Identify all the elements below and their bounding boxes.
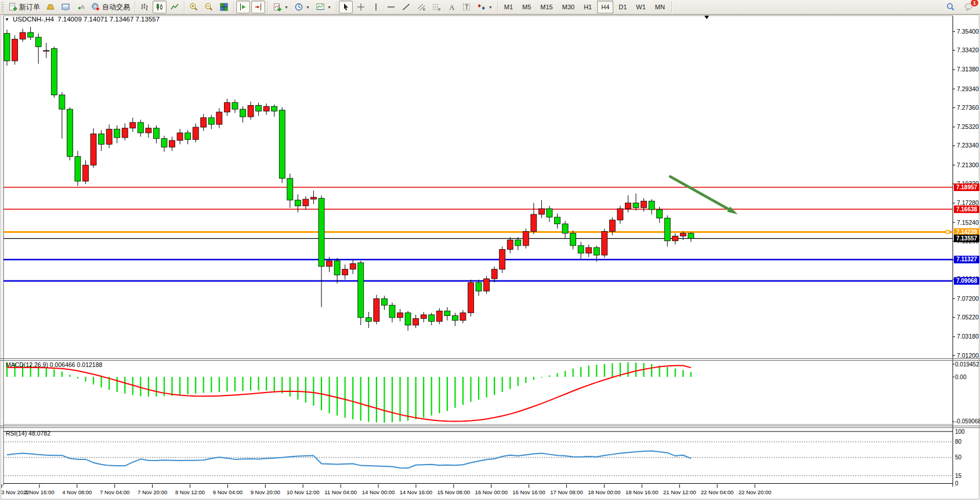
- vertical-line-icon: [371, 2, 381, 12]
- market-watch-icon: [46, 2, 55, 12]
- toolbar-grip[interactable]: [1, 2, 4, 12]
- tf-m15-label: M15: [540, 3, 552, 10]
- search-icon: [946, 2, 955, 12]
- tf-mn[interactable]: MN: [651, 1, 669, 13]
- data-window-button[interactable]: [59, 1, 73, 13]
- notification-badge: 1: [970, 0, 979, 7]
- line-chart-icon: [170, 2, 179, 12]
- svg-text:7.33420: 7.33420: [957, 46, 979, 53]
- templates-button[interactable]: ▼: [313, 1, 334, 13]
- horizontal-line-icon: [386, 2, 396, 12]
- tf-m30-label: M30: [562, 3, 574, 10]
- tf-m30[interactable]: M30: [558, 1, 578, 13]
- tf-d1-label: D1: [619, 3, 627, 10]
- toolbar-group-zoom: [186, 0, 232, 14]
- svg-text:E: E: [423, 8, 425, 11]
- autotrading-icon: [91, 2, 100, 12]
- svg-text:22 Nov 20:00: 22 Nov 20:00: [739, 489, 772, 495]
- svg-text:50: 50: [955, 454, 962, 461]
- tf-w1[interactable]: W1: [632, 1, 650, 13]
- chart-shift-icon: [254, 2, 263, 12]
- svg-text:7.21300: 7.21300: [957, 161, 979, 168]
- svg-text:0.019452: 0.019452: [955, 361, 979, 368]
- dropdown-caret-icon[interactable]: ▼: [327, 5, 331, 9]
- candlestick-chart-icon: [155, 2, 164, 12]
- trendline-button[interactable]: [399, 1, 413, 13]
- toolbar-right: 1: [943, 1, 980, 13]
- new-order-button[interactable]: 新订单: [6, 1, 42, 13]
- line-chart-button[interactable]: [168, 1, 182, 13]
- indicators-icon: [273, 2, 282, 12]
- notifications-button[interactable]: 1: [962, 1, 976, 13]
- new-order-button-label: 新订单: [19, 2, 40, 12]
- tf-mn-label: MN: [655, 3, 665, 10]
- svg-text:18 Nov 00:00: 18 Nov 00:00: [588, 489, 621, 495]
- dropdown-caret-icon[interactable]: ▼: [306, 5, 310, 9]
- crosshair-button[interactable]: [354, 1, 368, 13]
- horizontal-line-button[interactable]: [384, 1, 398, 13]
- fibonacci-button[interactable]: F: [429, 1, 443, 13]
- tile-windows-icon: [219, 2, 229, 12]
- indicators-button[interactable]: ▼: [270, 1, 291, 13]
- dropdown-caret-icon[interactable]: ▼: [489, 5, 493, 9]
- market-watch-button[interactable]: [44, 1, 57, 13]
- macd-label: MACD(12,26,9) 0.006466 0.012188: [6, 361, 103, 368]
- dropdown-caret-icon[interactable]: ▼: [284, 5, 288, 9]
- svg-text:9 Nov 04:00: 9 Nov 04:00: [213, 489, 243, 495]
- tf-m5[interactable]: M5: [518, 1, 535, 13]
- svg-text:7.14239: 7.14239: [956, 229, 978, 235]
- zoom-in-button[interactable]: [187, 1, 201, 13]
- toolbar-separator: [497, 1, 498, 13]
- svg-text:F: F: [438, 8, 440, 12]
- toolbar-group-chart-type: [137, 0, 182, 14]
- text-icon: A: [447, 2, 456, 12]
- candlestick-chart-button[interactable]: [153, 1, 167, 13]
- toolbar-separator: [184, 1, 185, 13]
- svg-text:0.00: 0.00: [955, 374, 967, 380]
- periods-button[interactable]: ▼: [292, 1, 312, 13]
- zoom-in-icon: [189, 2, 198, 12]
- svg-text:7.31380: 7.31380: [957, 66, 979, 73]
- text-button[interactable]: A: [444, 1, 458, 13]
- arrows-button[interactable]: ▼: [475, 1, 495, 13]
- svg-text:16 Nov 00:00: 16 Nov 00:00: [475, 489, 508, 495]
- svg-text:7.35400: 7.35400: [957, 28, 979, 35]
- vertical-line-button[interactable]: [369, 1, 383, 13]
- bar-chart-button[interactable]: [138, 1, 151, 13]
- hline-handle[interactable]: [946, 231, 950, 234]
- svg-text:7.17280: 7.17280: [957, 199, 979, 206]
- chart-collapse-icon[interactable]: ▼: [5, 17, 9, 22]
- toolbar: 新订单自动交易▼▼▼EFAT▼M1M5M15M30H1H4D1W1MN1: [0, 0, 980, 15]
- tile-windows-button[interactable]: [217, 1, 231, 13]
- tf-d1[interactable]: D1: [614, 1, 631, 13]
- svg-text:7 Nov 20:00: 7 Nov 20:00: [138, 489, 167, 495]
- toolbar-group-scroll: [236, 0, 266, 14]
- svg-text:22 Nov 04:00: 22 Nov 04:00: [701, 489, 734, 495]
- tf-m1[interactable]: M1: [500, 1, 517, 13]
- signals-button[interactable]: [74, 1, 88, 13]
- svg-text:4 Nov 08:00: 4 Nov 08:00: [62, 489, 92, 495]
- auto-scroll-button[interactable]: [236, 1, 250, 13]
- svg-text:3 Nov 16:00: 3 Nov 16:00: [24, 489, 54, 495]
- chart-shift-button[interactable]: [251, 1, 265, 13]
- chart-area[interactable]: 7.354007.334207.313807.293407.273607.253…: [0, 14, 980, 500]
- cursor-icon: [341, 2, 350, 12]
- toolbar-separator: [267, 1, 268, 13]
- autotrading-button[interactable]: 自动交易: [89, 1, 132, 13]
- svg-text:7 Nov 04:00: 7 Nov 04:00: [100, 489, 129, 495]
- svg-text:80: 80: [955, 438, 962, 445]
- tf-m15[interactable]: M15: [536, 1, 556, 13]
- tf-h1[interactable]: H1: [580, 1, 596, 13]
- label-button[interactable]: T: [460, 1, 473, 13]
- search-button[interactable]: [943, 1, 957, 13]
- svg-text:21 Nov 12:00: 21 Nov 12:00: [663, 489, 696, 495]
- cursor-button[interactable]: [339, 1, 353, 13]
- tf-h4[interactable]: H4: [597, 1, 613, 13]
- svg-text:7.25320: 7.25320: [957, 123, 979, 130]
- data-window-icon: [61, 2, 70, 12]
- chart-title-text: USDCNH-,H4 7.14009 7.14071 7.13467 7.135…: [13, 16, 160, 23]
- zoom-out-button[interactable]: [202, 1, 216, 13]
- svg-text:18 Nov 16:00: 18 Nov 16:00: [625, 489, 659, 495]
- toolbar-separator: [233, 1, 234, 13]
- channel-button[interactable]: E: [414, 1, 428, 13]
